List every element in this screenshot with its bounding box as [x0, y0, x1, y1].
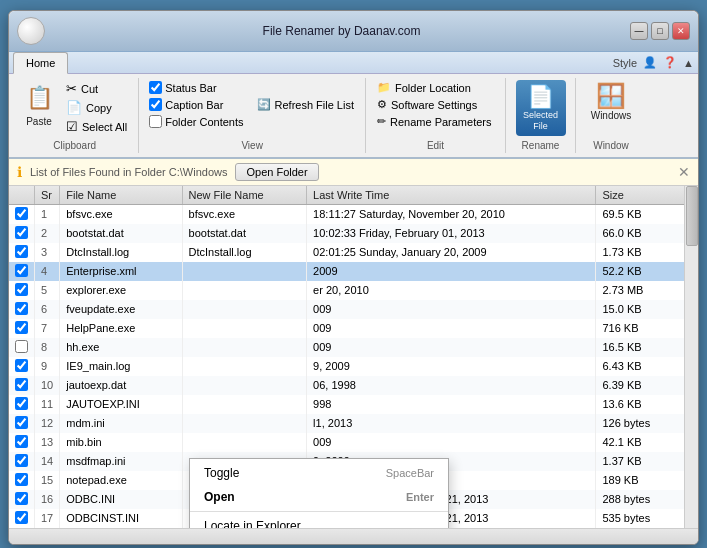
row-checkbox[interactable] [15, 492, 28, 505]
help-icon[interactable]: ❓ [663, 56, 677, 69]
main-window: File Renamer by Daanav.com — □ ✕ Home St… [8, 10, 699, 545]
view-content: Status Bar Caption Bar Folder Contents [147, 80, 357, 136]
refresh-button[interactable]: 🔄 Refresh File List [254, 97, 357, 112]
ribbon-close-icon[interactable]: ▲ [683, 57, 694, 69]
selected-file-button[interactable]: 📄 SelectedFile [516, 80, 566, 136]
status-bar-check[interactable]: Status Bar [147, 80, 245, 95]
select-all-label: Select All [82, 121, 127, 133]
table-row[interactable]: 8 hh.exe 009 16.5 KB [9, 338, 698, 357]
row-datetime: 9, 2009 [307, 357, 596, 376]
row-checkbox[interactable] [15, 245, 28, 258]
copy-button[interactable]: 📄 Copy [63, 99, 130, 116]
rename-parameters-button[interactable]: ✏ Rename Parameters [374, 114, 495, 129]
status-bar-label: Status Bar [165, 82, 216, 94]
row-checkbox-cell [9, 224, 35, 243]
row-checkbox-cell [9, 376, 35, 395]
col-header-new-filename[interactable]: New File Name [182, 186, 307, 205]
row-size: 66.0 KB [596, 224, 698, 243]
clipboard-small-btns: ✂ Cut 📄 Copy ☑ Select All [63, 80, 130, 135]
context-menu-separator [190, 511, 448, 512]
row-size: 1.73 KB [596, 243, 698, 262]
refresh-label: Refresh File List [275, 99, 354, 111]
context-menu-item[interactable]: ToggleSpaceBar [190, 461, 448, 485]
table-row[interactable]: 9 IE9_main.log 9, 2009 6.43 KB [9, 357, 698, 376]
col-header-sr[interactable]: Sr [35, 186, 60, 205]
caption-bar-checkbox[interactable] [149, 98, 162, 111]
row-checkbox[interactable] [15, 226, 28, 239]
windows-button[interactable]: 🪟 Windows [585, 80, 638, 123]
status-bar [9, 528, 698, 544]
col-header-filename[interactable]: File Name [60, 186, 182, 205]
table-row[interactable]: 3 DtcInstall.log DtcInstall.log 02:01:25… [9, 243, 698, 262]
tab-home[interactable]: Home [13, 52, 68, 74]
maximize-button[interactable]: □ [651, 22, 669, 40]
edit-content: 📁 Folder Location ⚙ Software Settings ✏ … [374, 80, 497, 136]
folder-contents-label: Folder Contents [165, 116, 243, 128]
row-filename: HelpPane.exe [60, 319, 182, 338]
minimize-button[interactable]: — [630, 22, 648, 40]
row-checkbox[interactable] [15, 302, 28, 315]
row-checkbox[interactable] [15, 207, 28, 220]
window-content: 🪟 Windows [585, 80, 638, 136]
status-bar-checkbox[interactable] [149, 81, 162, 94]
row-checkbox[interactable] [15, 473, 28, 486]
row-checkbox[interactable] [15, 416, 28, 429]
table-row[interactable]: 1 bfsvc.exe bfsvc.exe 18:11:27 Saturday,… [9, 204, 698, 224]
table-row[interactable]: 13 mib.bin 009 42.1 KB [9, 433, 698, 452]
row-checkbox[interactable] [15, 511, 28, 524]
context-menu-item[interactable]: Locate in Explorer [190, 514, 448, 528]
table-row[interactable]: 2 bootstat.dat bootstat.dat 10:02:33 Fri… [9, 224, 698, 243]
info-text: List of Files Found in Folder C:\Windows [30, 166, 227, 178]
edit-group-label: Edit [427, 140, 444, 151]
select-all-button[interactable]: ☑ Select All [63, 118, 130, 135]
info-close-button[interactable]: ✕ [678, 164, 690, 180]
col-header-time[interactable]: Last Write Time [307, 186, 596, 205]
table-row[interactable]: 4 Enterprise.xml 2009 52.2 KB [9, 262, 698, 281]
table-row[interactable]: 11 JAUTOEXP.INI 998 13.6 KB [9, 395, 698, 414]
software-settings-label: Software Settings [391, 99, 477, 111]
col-header-size[interactable]: Size [596, 186, 698, 205]
context-menu-item[interactable]: OpenEnter [190, 485, 448, 509]
table-row[interactable]: 5 explorer.exe er 20, 2010 2.73 MB [9, 281, 698, 300]
table-row[interactable]: 6 fveupdate.exe 009 15.0 KB [9, 300, 698, 319]
row-checkbox[interactable] [15, 454, 28, 467]
row-checkbox-cell [9, 262, 35, 281]
scrollbar[interactable] [684, 186, 698, 528]
software-settings-button[interactable]: ⚙ Software Settings [374, 97, 480, 112]
row-checkbox[interactable] [15, 359, 28, 372]
row-checkbox[interactable] [15, 435, 28, 448]
row-checkbox[interactable] [15, 397, 28, 410]
close-button[interactable]: ✕ [672, 22, 690, 40]
row-size: 42.1 KB [596, 433, 698, 452]
table-row[interactable]: 12 mdm.ini l1, 2013 126 bytes [9, 414, 698, 433]
row-size: 189 KB [596, 471, 698, 490]
row-filename: JAUTOEXP.INI [60, 395, 182, 414]
table-row[interactable]: 7 HelpPane.exe 009 716 KB [9, 319, 698, 338]
row-filename: notepad.exe [60, 471, 182, 490]
open-folder-button[interactable]: Open Folder [235, 163, 318, 181]
table-row[interactable]: 10 jautoexp.dat 06, 1998 6.39 KB [9, 376, 698, 395]
folder-location-button[interactable]: 📁 Folder Location [374, 80, 474, 95]
row-new-filename [182, 414, 307, 433]
caption-bar-check[interactable]: Caption Bar [147, 97, 245, 112]
row-filename: fveupdate.exe [60, 300, 182, 319]
row-datetime: er 20, 2010 [307, 281, 596, 300]
row-checkbox[interactable] [15, 321, 28, 334]
row-checkbox-cell [9, 471, 35, 490]
context-menu: ToggleSpaceBarOpenEnterLocate in Explore… [189, 458, 449, 528]
row-checkbox[interactable] [15, 283, 28, 296]
row-checkbox[interactable] [15, 378, 28, 391]
row-filename: msdfmap.ini [60, 452, 182, 471]
app-icon [17, 17, 45, 45]
scrollbar-thumb[interactable] [686, 186, 698, 246]
paste-button[interactable]: 📋 Paste [19, 80, 59, 130]
row-checkbox[interactable] [15, 264, 28, 277]
software-settings-icon: ⚙ [377, 98, 387, 111]
folder-contents-check[interactable]: Folder Contents [147, 114, 245, 129]
col-header-checkbox[interactable] [9, 186, 35, 205]
folder-contents-checkbox[interactable] [149, 115, 162, 128]
row-checkbox[interactable] [15, 340, 28, 353]
paste-icon: 📋 [23, 82, 55, 114]
context-menu-item-label: Open [204, 490, 235, 504]
cut-button[interactable]: ✂ Cut [63, 80, 130, 97]
